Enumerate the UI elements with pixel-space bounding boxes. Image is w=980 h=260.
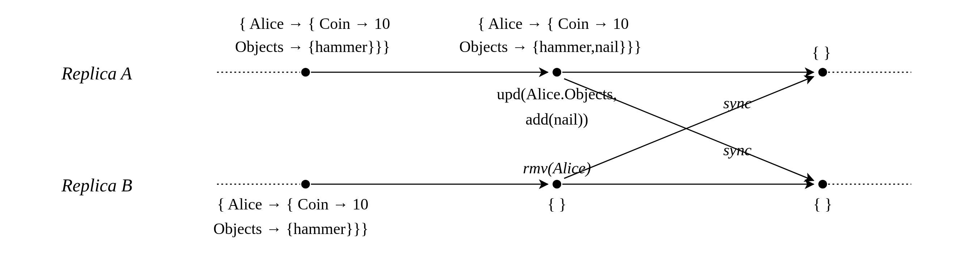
a-node-3 (818, 68, 827, 76)
b-node-2 (552, 180, 561, 189)
a-state-1-line1: { Alice → { Coin → 10 (239, 15, 390, 33)
sync-label-b-to-a: sync (723, 94, 752, 112)
b-state-2: { } (547, 195, 566, 213)
replica-a-label: Replica A (61, 63, 132, 83)
sync-label-a-to-b: sync (723, 141, 752, 159)
b-state-1-line1: { Alice → { Coin → 10 (217, 195, 369, 213)
a-state-2-line2: Objects → {hammer,nail}}} (459, 38, 641, 55)
b-node-1 (301, 180, 310, 189)
a-op-line2: add(nail)) (525, 111, 588, 128)
b-node-3 (818, 180, 827, 189)
b-op: rmv(Alice) (523, 159, 591, 177)
sync-arrow-a-to-b (564, 79, 814, 181)
a-state-3: { } (812, 44, 831, 62)
a-state-2-line1: { Alice → { Coin → 10 (477, 15, 629, 33)
a-node-1 (301, 68, 310, 76)
a-state-1-line2: Objects → {hammer}}} (235, 38, 390, 55)
b-state-3: { } (813, 195, 832, 213)
b-state-1-line2: Objects → {hammer}}} (213, 220, 369, 238)
a-op-line1: upd(Alice.Objects, (497, 85, 617, 103)
a-node-2 (552, 68, 561, 76)
replica-b-label: Replica B (61, 175, 132, 195)
